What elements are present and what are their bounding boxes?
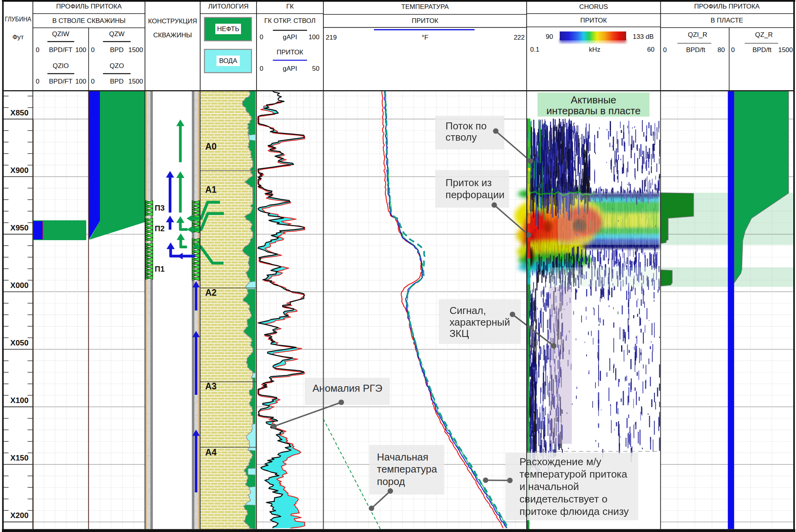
svg-text:Расхождение м/у: Расхождение м/у [520,456,602,467]
svg-text:0: 0 [731,46,735,54]
svg-text:QZW: QZW [109,30,125,38]
svg-text:100: 100 [309,33,319,41]
svg-text:Начальная: Начальная [377,451,428,463]
svg-text:ТЕМПЕРАТУРА: ТЕМПЕРАТУРА [401,3,449,10]
svg-text:133 dB: 133 dB [633,33,654,40]
svg-text:QZIO: QZIO [52,62,69,70]
svg-text:0: 0 [663,46,667,54]
svg-text:X150: X150 [10,453,29,462]
svg-text:CHORUS: CHORUS [579,3,608,10]
svg-text:A1: A1 [205,185,217,195]
svg-text:ПРИТОК: ПРИТОК [412,17,438,24]
svg-text:В ПЛАСТЕ: В ПЛАСТЕ [710,17,743,24]
svg-text:температурой притока: температурой притока [520,468,627,480]
svg-text:Приток из: Приток из [445,177,492,188]
svg-text:0: 0 [36,46,39,54]
svg-text:QZO: QZO [110,62,124,70]
svg-text:°F: °F [422,34,428,41]
svg-text:BPD: BPD [110,78,124,85]
svg-text:В СТВОЛЕ СКВАЖИНЫ: В СТВОЛЕ СКВАЖИНЫ [52,17,126,24]
svg-text:X850: X850 [10,108,29,117]
svg-text:1500: 1500 [128,46,143,54]
svg-text:температура: температура [377,463,437,475]
svg-text:ПРИТОК: ПРИТОК [277,49,304,56]
svg-text:0.1: 0.1 [530,46,539,53]
svg-text:П1: П1 [155,265,165,273]
svg-text:0: 0 [260,65,263,72]
svg-text:ГЛУБИНА: ГЛУБИНА [5,16,32,23]
svg-text:стволу: стволу [445,131,477,143]
svg-text:222: 222 [514,34,525,41]
svg-text:BPD/ft: BPD/ft [752,46,772,54]
svg-text:A4: A4 [205,447,217,457]
svg-text:Фут: Фут [12,33,24,41]
svg-text:ПРИТОК: ПРИТОК [580,17,607,24]
svg-text:0: 0 [260,33,263,41]
svg-text:100: 100 [75,78,86,85]
svg-text:BPD: BPD [110,46,124,54]
svg-text:100: 100 [75,46,86,54]
svg-text:X900: X900 [10,166,29,174]
svg-text:ЗКЦ: ЗКЦ [449,328,469,339]
svg-text:ЛИТОЛОГИЯ: ЛИТОЛОГИЯ [208,3,248,10]
svg-text:Поток по: Поток по [445,120,487,132]
svg-text:свидетельствует о: свидетельствует о [520,493,607,505]
svg-text:ПРОФИЛЬ ПРИТОКА: ПРОФИЛЬ ПРИТОКА [56,3,122,10]
svg-text:1500: 1500 [128,78,143,85]
svg-text:A2: A2 [205,288,216,298]
svg-text:50: 50 [312,65,319,72]
svg-text:Активные: Активные [571,94,616,106]
svg-text:КОНСТРУКЦИЯ: КОНСТРУКЦИЯ [148,17,197,25]
svg-text:gAPI: gAPI [283,65,297,72]
svg-text:П3: П3 [155,204,165,212]
svg-text:219: 219 [326,34,337,41]
svg-text:ГК: ГК [286,3,293,10]
svg-text:ВОДА: ВОДА [219,57,237,65]
svg-text:80: 80 [717,46,725,54]
svg-text:X000: X000 [10,281,29,290]
svg-text:интервалы в пласте: интервалы в пласте [546,105,641,117]
svg-text:90: 90 [546,33,553,40]
svg-text:Сигнал,: Сигнал, [449,305,486,316]
svg-text:BPD/ft: BPD/ft [686,46,705,54]
svg-text:0: 0 [36,78,39,85]
svg-text:X050: X050 [10,338,29,347]
svg-text:BPD/FT: BPD/FT [49,78,72,85]
svg-text:X200: X200 [10,511,29,520]
svg-text:60: 60 [647,46,655,53]
svg-text:A3: A3 [205,381,216,391]
svg-text:П2: П2 [155,224,165,233]
svg-text:пород: пород [377,476,405,487]
svg-text:QZ_R: QZ_R [755,31,773,38]
svg-text:X100: X100 [10,396,29,405]
svg-text:1500: 1500 [778,46,793,54]
svg-text:X950: X950 [10,223,29,232]
svg-text:QZIW: QZIW [52,30,69,38]
svg-text:и начальной: и начальной [520,481,579,492]
svg-text:0: 0 [91,46,94,54]
svg-text:QZI_R: QZI_R [688,31,707,38]
svg-text:НЕФТЬ: НЕФТЬ [217,25,239,33]
svg-text:ПРОФИЛЬ ПРИТОКА: ПРОФИЛЬ ПРИТОКА [694,3,760,10]
svg-text:притоке флюида снизу: притоке флюида снизу [520,506,629,517]
svg-text:характерный: характерный [449,316,510,328]
svg-text:A0: A0 [205,141,216,152]
svg-text:kHz: kHz [589,46,600,53]
svg-text:gAPI: gAPI [283,33,297,41]
svg-text:ГК ОТКР. СТВОЛ: ГК ОТКР. СТВОЛ [264,17,316,24]
svg-text:BPD/FT: BPD/FT [49,46,72,54]
svg-text:перфорации: перфорации [445,189,504,201]
svg-text:СКВАЖИНЫ: СКВАЖИНЫ [153,31,192,39]
svg-text:0: 0 [91,78,94,85]
